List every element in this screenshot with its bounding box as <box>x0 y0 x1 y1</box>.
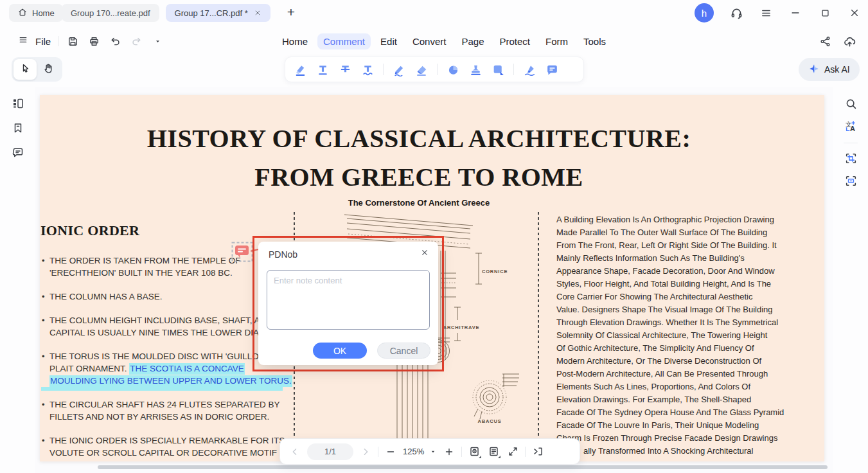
ribbon-tab-tools[interactable]: Tools <box>578 33 612 49</box>
hand-tool-button[interactable] <box>37 59 60 80</box>
history-dropdown-caret-icon[interactable] <box>150 34 164 48</box>
ribbon-tab-page[interactable]: Page <box>456 33 490 49</box>
stamp-icon <box>469 63 483 76</box>
redo-button[interactable] <box>129 34 143 48</box>
ribbon-tab-form[interactable]: Form <box>540 33 574 49</box>
rail-divider <box>844 143 858 143</box>
cancel-button[interactable]: Cancel <box>377 343 430 359</box>
home-tab[interactable]: Home <box>9 4 63 22</box>
titlebar: Home Group 170...reate.pdfGroup 17...CR.… <box>0 0 868 26</box>
select-tool-button[interactable] <box>13 59 37 80</box>
ribbon-tab-protect[interactable]: Protect <box>493 33 536 49</box>
crop-icon <box>844 152 858 165</box>
read-mode-icon <box>488 445 500 458</box>
pencil-tool-button[interactable] <box>392 62 406 77</box>
share-button[interactable] <box>818 34 832 48</box>
squiggly-tool-button[interactable] <box>360 62 375 77</box>
paragraph-line: Value. Designers Shape The Visual Image … <box>556 305 807 317</box>
crop-panel-button[interactable] <box>843 151 858 165</box>
shapes-icon <box>447 63 460 76</box>
ribbon-tab-edit[interactable]: Edit <box>375 33 403 49</box>
maximize-button[interactable] <box>818 6 832 20</box>
save-icon <box>67 35 79 48</box>
menu-icon <box>760 7 772 19</box>
highlighted-text: MOULDING LYING BETWEEN UPPER AND LOWER T… <box>49 375 292 387</box>
next-page-button[interactable] <box>359 445 373 459</box>
divider <box>525 447 526 457</box>
document-title-line2: FROM GREECE TO ROME <box>40 162 798 192</box>
signature-icon <box>523 63 536 76</box>
avatar[interactable]: h <box>695 3 714 22</box>
screenshot-panel-button[interactable] <box>843 174 858 188</box>
close-icon <box>420 248 429 257</box>
support-button[interactable] <box>729 6 743 20</box>
fullscreen-button[interactable] <box>506 445 520 459</box>
paragraph-line: A Building Elevation Is An Orthographic … <box>556 215 807 228</box>
ok-button[interactable]: OK <box>313 343 367 359</box>
close-icon <box>254 9 261 17</box>
shapes-tool-button[interactable] <box>446 62 460 77</box>
document-tab-2[interactable]: Group 17...CR.pdf * <box>166 4 270 22</box>
print-button[interactable] <box>87 34 101 48</box>
highlight-tool-button[interactable] <box>293 62 307 77</box>
comments-panel-button[interactable] <box>10 145 26 159</box>
search-panel-button[interactable] <box>843 96 858 111</box>
translate-panel-button[interactable]: 文A <box>843 119 858 133</box>
close-tab-button[interactable] <box>254 9 261 17</box>
ribbon-tab-home[interactable]: Home <box>276 33 314 49</box>
hand-icon <box>42 62 55 77</box>
app-menu-button[interactable] <box>759 6 773 20</box>
paragraph-line: Elements Such As Lines, Proportions, And… <box>556 382 807 395</box>
page-indicator[interactable]: 1/1 <box>307 443 353 460</box>
file-menu-icon[interactable] <box>18 35 28 48</box>
note-comment-tool-button[interactable] <box>545 62 559 77</box>
file-menu[interactable]: File <box>35 36 51 47</box>
zoom-in-button[interactable] <box>442 445 456 459</box>
ribbon-tab-convert[interactable]: Convert <box>407 33 452 49</box>
zoom-dropdown-caret-icon[interactable] <box>429 445 437 459</box>
left-sidebar <box>0 87 35 473</box>
document-tab-label: Group 17...CR.pdf * <box>175 8 248 18</box>
dialog-close-button[interactable] <box>419 248 430 260</box>
underline-icon <box>316 63 330 76</box>
undo-button[interactable] <box>108 34 122 48</box>
paragraph-line: Mainly Reflects Information Such As The … <box>556 253 807 266</box>
bookmarks-panel-button[interactable] <box>10 121 26 135</box>
sketch-label-architrave: ARCHITRAVE <box>443 325 480 330</box>
document-viewport[interactable]: HISTORY OF CLASSICAL ARCHITECTURE: FROM … <box>35 87 833 473</box>
pdf-editor-window: Home Group 170...reate.pdfGroup 17...CR.… <box>0 0 868 473</box>
eraser-tool-button[interactable] <box>414 62 429 77</box>
toggle-panel-button[interactable] <box>531 445 545 459</box>
paragraph-line: Facade Of The Sydney Opera House And The… <box>556 407 807 420</box>
thumbnails-panel-button[interactable] <box>10 96 26 111</box>
divider <box>58 36 58 46</box>
ribbon-tab-comment[interactable]: Comment <box>317 33 371 49</box>
horizontal-scrollbar[interactable] <box>98 465 828 469</box>
minimize-button[interactable] <box>788 6 802 20</box>
strikethrough-tool-button[interactable] <box>338 62 352 77</box>
read-mode-button[interactable] <box>486 445 500 459</box>
translate-icon: 文A <box>844 120 858 133</box>
underline-tool-button[interactable] <box>315 62 330 77</box>
titlebar-controls: h <box>695 0 862 26</box>
zoom-level[interactable]: 125% <box>403 447 424 456</box>
zoom-out-button[interactable] <box>384 445 398 459</box>
stamp-tool-button[interactable] <box>468 62 483 77</box>
sparkle-icon <box>808 63 820 76</box>
save-button[interactable] <box>66 34 80 48</box>
signature-tool-button[interactable] <box>522 62 536 77</box>
note-content-input[interactable] <box>267 270 430 330</box>
ribbon-tabs: HomeCommentEditConvertPageProtectFormToo… <box>276 31 612 51</box>
close-window-button[interactable] <box>847 6 862 20</box>
ask-ai-button[interactable]: Ask AI <box>799 58 860 81</box>
print-icon <box>88 35 100 48</box>
cloud-upload-button[interactable] <box>842 34 856 48</box>
select-area-tool-button[interactable] <box>491 62 505 77</box>
share-icon <box>819 35 831 48</box>
previous-page-button[interactable] <box>288 445 302 459</box>
document-tab-1[interactable]: Group 170...reate.pdf <box>62 4 159 22</box>
paragraph-line: Charm Is Frozen Through Precise Facade D… <box>556 433 807 446</box>
page-view-mode-button[interactable] <box>467 445 481 459</box>
new-tab-button[interactable]: + <box>283 3 299 21</box>
note-annotation[interactable] <box>231 242 253 265</box>
